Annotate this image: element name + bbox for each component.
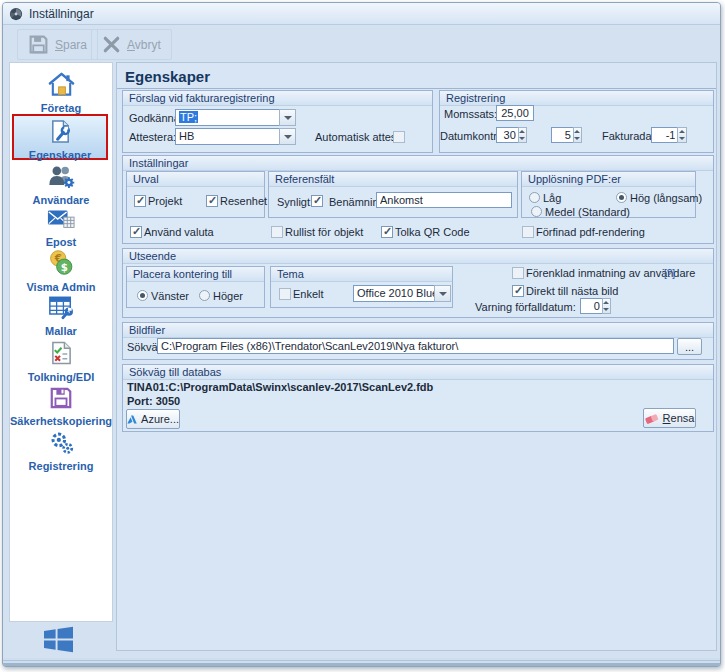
placement-right-radio[interactable] <box>199 290 210 301</box>
sidebar-item-anvandare[interactable]: Användare <box>10 164 112 206</box>
refined-pdf-checkbox[interactable] <box>522 226 534 238</box>
next-image-label[interactable]: Direkt till nästa bild <box>526 285 618 297</box>
pdf-medium-label[interactable]: Medel (Standard) <box>545 206 630 218</box>
group-header: Referensfält <box>269 172 517 187</box>
pdf-medium-radio[interactable] <box>531 206 542 217</box>
azure-label: Azure... <box>141 413 179 425</box>
spinner-up-icon[interactable] <box>678 128 686 135</box>
chevron-down-icon[interactable] <box>279 128 296 145</box>
project-label[interactable]: Projekt <box>148 195 182 207</box>
attest-label: Attestera: <box>129 131 176 143</box>
spinner-buttons[interactable] <box>518 127 527 143</box>
approve-combobox[interactable]: TP; <box>175 109 296 126</box>
simplified-input-checkbox[interactable] <box>512 267 524 279</box>
visible-label[interactable]: Synligt: <box>277 196 313 208</box>
group-header: Förslag vid fakturaregistrering <box>123 91 432 106</box>
date-check-input-1[interactable] <box>496 127 518 143</box>
browse-button[interactable]: ... <box>677 338 702 355</box>
group-header: Bildfiler <box>123 323 713 338</box>
spinner-up-icon[interactable] <box>574 128 581 135</box>
spinner-down-icon[interactable] <box>603 306 610 313</box>
sidebar-item-label: Visma Admin <box>10 281 112 293</box>
help-link[interactable]: [?] <box>664 268 675 279</box>
object-scroll-checkbox[interactable] <box>271 226 283 238</box>
spinner-up-icon[interactable] <box>603 299 610 306</box>
use-currency-label[interactable]: Använd valuta <box>144 226 214 238</box>
pdf-low-radio[interactable] <box>529 192 540 203</box>
invoice-day-stepper[interactable] <box>651 127 687 143</box>
eraser-icon <box>645 412 659 425</box>
placement-left-radio[interactable] <box>137 290 148 301</box>
group-database-path: Sökväg till databas TINA01:C:\ProgramDat… <box>122 364 714 432</box>
pdf-high-radio[interactable] <box>616 192 627 203</box>
app-icon <box>9 7 23 21</box>
gears-icon <box>49 431 74 455</box>
qr-checkbox[interactable]: ✓ <box>381 226 393 238</box>
chevron-down-icon[interactable] <box>434 285 451 302</box>
save-button[interactable]: Spara <box>17 29 98 60</box>
group-appearance: Utseende Placera kontering till Vänster … <box>122 248 714 318</box>
invoice-day-input[interactable] <box>651 127 677 143</box>
visible-checkbox[interactable]: ✓ <box>311 195 323 207</box>
sidebar-item-sakerhetskopiering[interactable]: Säkerhetskopiering <box>10 386 112 427</box>
refined-pdf-label[interactable]: Förfinad pdf-rendering <box>536 226 645 238</box>
sidebar-item-registrering[interactable]: Registrering <box>10 431 112 472</box>
sidebar-item-label: Säkerhetskopiering <box>10 415 112 427</box>
sidebar-item-mallar[interactable]: Mallar <box>10 295 112 337</box>
project-checkbox[interactable]: ✓ <box>134 195 146 207</box>
date-check-label: Datumkontroll: <box>440 130 492 142</box>
spinner-up-icon[interactable] <box>519 128 526 135</box>
placement-right-label[interactable]: Höger <box>213 290 243 302</box>
pdf-low-label[interactable]: Låg <box>543 192 561 204</box>
clear-button[interactable]: Rensa <box>643 408 696 428</box>
spinner-down-icon[interactable] <box>678 135 686 142</box>
group-header: Urval <box>127 172 264 187</box>
database-port: Port: 3050 <box>127 395 180 407</box>
spinner-down-icon[interactable] <box>519 135 526 142</box>
reference-name-input[interactable] <box>376 192 512 208</box>
spinner-buttons[interactable] <box>573 127 582 143</box>
next-image-checkbox[interactable]: ✓ <box>512 285 524 297</box>
group-reference-field: Referensfält Synligt: ✓ Benämning: <box>268 171 518 218</box>
azure-icon <box>127 414 137 425</box>
object-scroll-label[interactable]: Rullist för objekt <box>285 226 363 238</box>
attest-combobox-edit[interactable]: HB <box>175 128 279 145</box>
page-title-bar: Egenskaper <box>117 63 716 89</box>
auto-attest-checkbox[interactable] <box>393 131 405 143</box>
date-check-stepper-1[interactable] <box>496 127 527 143</box>
date-check-input-2[interactable] <box>551 127 573 143</box>
attest-combobox[interactable]: HB <box>175 128 296 145</box>
placement-left-label[interactable]: Vänster <box>151 290 189 302</box>
due-warning-input[interactable] <box>580 298 602 314</box>
properties-icon <box>48 119 73 144</box>
unit-checkbox[interactable]: ✓ <box>206 195 218 207</box>
theme-combobox-edit[interactable]: Office 2010 Blue <box>353 285 434 302</box>
simple-theme-checkbox[interactable] <box>279 288 291 300</box>
spinner-down-icon[interactable] <box>574 135 581 142</box>
date-check-stepper-2[interactable] <box>551 127 582 143</box>
qr-label[interactable]: Tolka QR Code <box>395 226 470 238</box>
spinner-buttons[interactable] <box>677 127 687 143</box>
azure-button[interactable]: Azure... <box>126 409 180 429</box>
simple-theme-label[interactable]: Enkelt <box>293 288 324 300</box>
chevron-down-icon[interactable] <box>279 109 296 126</box>
spinner-buttons[interactable] <box>602 298 611 314</box>
cancel-button[interactable]: Avbryt <box>91 29 172 60</box>
path-input[interactable] <box>157 338 674 354</box>
table-icon <box>64 217 74 227</box>
vat-label: Momssats: <box>444 108 492 120</box>
sidebar-item-epost[interactable]: Epost <box>10 207 112 248</box>
vat-input[interactable] <box>496 105 534 121</box>
unit-label[interactable]: Resenhet <box>220 195 267 207</box>
sidebar-item-foretag[interactable]: Företag <box>10 71 112 114</box>
theme-combobox[interactable]: Office 2010 Blue <box>353 285 451 302</box>
due-warning-stepper[interactable] <box>580 298 611 314</box>
auto-attest-label[interactable]: Automatisk attest <box>315 131 399 143</box>
pdf-high-label[interactable]: Hög (långsam) <box>630 192 702 204</box>
sidebar-item-label: Tolkning/EDI <box>10 371 112 383</box>
sidebar-item-tolkning-edi[interactable]: Tolkning/EDI <box>10 340 112 383</box>
approve-combobox-edit[interactable]: TP; <box>175 109 279 126</box>
sidebar-item-visma-admin[interactable]: € $ Visma Admin <box>10 249 112 293</box>
use-currency-checkbox[interactable]: ✓ <box>130 226 142 238</box>
sidebar-item-egenskaper[interactable]: Egenskaper <box>12 114 108 160</box>
